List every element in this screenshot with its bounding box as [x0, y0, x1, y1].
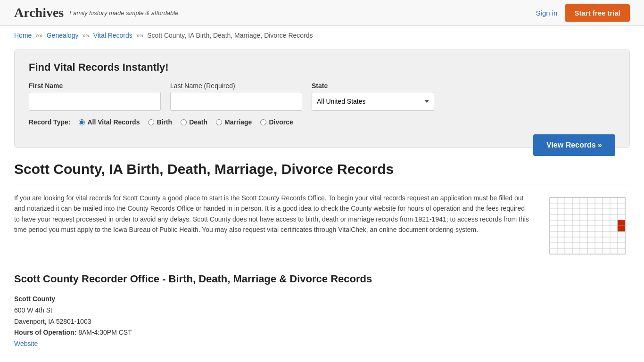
- search-box: Find Vital Records Instantly! First Name…: [14, 49, 630, 148]
- radio-death[interactable]: Death: [181, 118, 207, 126]
- sub-heading: Scott County Recorder Office - Birth, De…: [14, 273, 630, 285]
- title-divider: [14, 184, 630, 184]
- breadcrumb-sep-3: »»: [136, 32, 145, 39]
- iowa-map-svg: [545, 193, 630, 259]
- search-fields: First Name Last Name (Required) State Al…: [29, 82, 615, 111]
- first-name-input[interactable]: [29, 92, 161, 111]
- radio-marriage[interactable]: Marriage: [216, 118, 252, 126]
- breadcrumb-vital-records[interactable]: Vital Records: [93, 32, 132, 39]
- main-content: Find Vital Records Instantly! First Name…: [0, 45, 644, 362]
- breadcrumb-current: Scott County, IA Birth, Death, Marriage,…: [147, 32, 313, 39]
- address1: 600 W 4th St: [14, 305, 630, 316]
- view-records-button[interactable]: View Records »: [533, 134, 615, 156]
- site-header: Archives Family history made simple & af…: [0, 0, 644, 26]
- hours-label: Hours of Operation:: [14, 329, 76, 336]
- header-right: Sign in Start free trial: [536, 4, 630, 22]
- radio-divorce[interactable]: Divorce: [260, 118, 293, 126]
- start-trial-button[interactable]: Start free trial: [565, 4, 630, 22]
- svg-rect-20: [618, 226, 625, 231]
- svg-rect-19: [618, 220, 625, 226]
- breadcrumb-sep-1: »»: [35, 32, 44, 39]
- last-name-group: Last Name (Required): [170, 82, 302, 111]
- record-type-label: Record Type:: [29, 118, 70, 126]
- search-title: Find Vital Records Instantly!: [29, 61, 615, 74]
- breadcrumb-sep-2: »»: [82, 32, 91, 39]
- breadcrumb-home[interactable]: Home: [14, 32, 32, 39]
- state-select[interactable]: All United States: [312, 92, 434, 111]
- record-type-row: Record Type: All Vital Records Birth Dea…: [29, 118, 615, 126]
- header-left: Archives Family history made simple & af…: [14, 5, 178, 20]
- last-name-label: Last Name (Required): [170, 82, 302, 90]
- contact-block: Scott County 600 W 4th St Davenport, IA …: [14, 294, 630, 350]
- radio-all-vital[interactable]: All Vital Records: [79, 118, 140, 126]
- radio-birth[interactable]: Birth: [148, 118, 172, 126]
- site-tagline: Family history made simple & affordable: [69, 9, 178, 16]
- page-title: Scott County, IA Birth, Death, Marriage,…: [14, 161, 630, 177]
- state-group: State All United States: [312, 82, 434, 111]
- first-name-label: First Name: [29, 82, 161, 90]
- hours: 8AM-4:30PM CST: [78, 329, 132, 336]
- site-logo: Archives: [14, 5, 64, 20]
- first-name-group: First Name: [29, 82, 161, 111]
- office-name: Scott County: [14, 295, 55, 303]
- page-description: If you are looking for vital records for…: [14, 193, 531, 259]
- breadcrumb: Home »» Genealogy »» Vital Records »» Sc…: [0, 26, 644, 45]
- sign-in-link[interactable]: Sign in: [536, 9, 558, 17]
- content-section: If you are looking for vital records for…: [14, 193, 630, 259]
- iowa-map: [545, 193, 630, 259]
- website-link[interactable]: Website: [14, 340, 38, 347]
- address2: Davenport, IA 52801-1003: [14, 316, 630, 328]
- state-label: State: [312, 82, 434, 90]
- breadcrumb-genealogy[interactable]: Genealogy: [47, 32, 79, 39]
- last-name-input[interactable]: [170, 92, 302, 111]
